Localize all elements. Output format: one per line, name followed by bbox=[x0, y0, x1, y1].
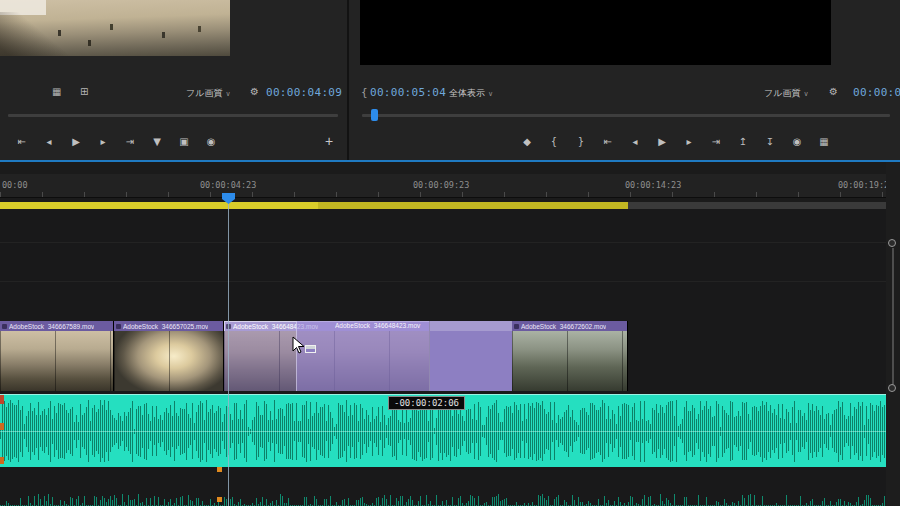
fit-label: 全体表示 bbox=[449, 87, 485, 100]
clip-name: AdobeStock_346672602.mov bbox=[521, 323, 606, 330]
scrollbar-handle-top[interactable] bbox=[888, 239, 896, 247]
source-quality-label: フル画質 bbox=[186, 87, 222, 100]
scrubber-playhead[interactable] bbox=[371, 109, 378, 121]
clip-filmstrip bbox=[114, 331, 223, 391]
track-color-tab bbox=[0, 457, 4, 464]
source-timecode: 00:00:04:09 bbox=[266, 86, 342, 99]
program-timecode: 00:00:05:04 bbox=[370, 86, 446, 99]
source-preview-video bbox=[0, 0, 230, 56]
source-scrubber[interactable] bbox=[8, 114, 338, 117]
premiere-workspace: ▦ ⊞ フル画質 ∨ ⚙ 00:00:04:09 ⇤◂▶▸⇥▼▣◉ + { 00… bbox=[0, 0, 900, 506]
add-button[interactable]: + bbox=[318, 131, 340, 151]
play-button[interactable]: ▶ bbox=[64, 131, 88, 151]
track-color-tab bbox=[0, 395, 4, 404]
program-scrubber[interactable] bbox=[362, 114, 890, 117]
program-quality-label: フル画質 bbox=[764, 87, 800, 100]
panel-focus-border bbox=[0, 160, 900, 162]
timeline-clip[interactable]: AdobeStock_346667589.mov bbox=[0, 321, 114, 391]
clip-filmstrip bbox=[512, 331, 627, 391]
go-to-out-button[interactable]: ⇥ bbox=[118, 131, 142, 151]
source-monitor-panel: ▦ ⊞ フル画質 ∨ ⚙ 00:00:04:09 ⇤◂▶▸⇥▼▣◉ + bbox=[0, 0, 347, 160]
clip-name: AdobeStock_346657025.mov bbox=[123, 323, 208, 330]
clip-filmstrip bbox=[0, 331, 113, 391]
in-point-brace: { bbox=[361, 86, 368, 99]
fx-badge[interactable] bbox=[116, 324, 121, 329]
ruler-timecode-label: 00:00:04:23 bbox=[200, 180, 256, 190]
preview-shadow bbox=[0, 12, 100, 56]
timeline-panel: 00:0000:00:04:2300:00:09:2300:00:14:2300… bbox=[0, 160, 900, 506]
program-monitor-panel: { 00:00:05:04 全体表示 ∨ フル画質 ∨ ⚙ 00:00:0 ◆{… bbox=[349, 0, 900, 160]
wrench-icon[interactable]: ⚙ bbox=[829, 85, 838, 99]
overwrite-button[interactable]: ▣ bbox=[172, 131, 196, 151]
scrollbar-line bbox=[892, 248, 894, 388]
step-forward-button[interactable]: ▸ bbox=[91, 131, 115, 151]
chevron-down-icon: ∨ bbox=[225, 90, 230, 98]
program-preview-video bbox=[360, 0, 831, 65]
timeline-clip[interactable]: AdobeStock_346672602.mov bbox=[512, 321, 628, 391]
drag-ghost-label: AdobeStock_346648423.mov bbox=[335, 322, 430, 329]
clip-name: AdobeStock_346667589.mov bbox=[9, 323, 94, 330]
fit-dropdown[interactable]: 全体表示 ∨ bbox=[449, 87, 493, 100]
wrench-icon[interactable]: ⚙ bbox=[250, 85, 259, 99]
program-duration-timecode: 00:00:0 bbox=[853, 86, 900, 99]
export-frame-button[interactable]: ◉ bbox=[785, 131, 809, 151]
lift-button[interactable]: ↥ bbox=[731, 131, 755, 151]
track-color-tab bbox=[0, 423, 4, 430]
track-area: AdobeStock_346667589.movAdobeStock_34665… bbox=[0, 209, 886, 506]
clip-header: AdobeStock_346667589.mov bbox=[0, 321, 113, 331]
compare-icon[interactable]: ⊞ bbox=[80, 85, 88, 99]
fx-badge[interactable] bbox=[514, 324, 519, 329]
drag-ghost-overlay: AdobeStock_346648423.mov bbox=[296, 321, 430, 391]
program-quality-dropdown[interactable]: フル画質 ∨ bbox=[764, 87, 809, 100]
play-button[interactable]: ▶ bbox=[650, 131, 674, 151]
keyframe-marker[interactable] bbox=[217, 467, 222, 472]
chevron-down-icon: ∨ bbox=[488, 90, 493, 98]
program-transport: ◆{}⇤◂▶▸⇥↥↧◉▦ bbox=[515, 131, 836, 151]
source-quality-dropdown[interactable]: フル画質 ∨ bbox=[186, 87, 231, 100]
export-frame-button[interactable]: ◉ bbox=[199, 131, 223, 151]
waveform-centerline bbox=[0, 431, 886, 432]
go-to-in-button[interactable]: ⇤ bbox=[596, 131, 620, 151]
ruler-timecode-label: 00:00:09:23 bbox=[413, 180, 469, 190]
timeline-ruler[interactable]: 00:0000:00:04:2300:00:09:2300:00:14:2300… bbox=[0, 174, 886, 198]
scrollbar-handle-bottom[interactable] bbox=[888, 384, 896, 392]
vertical-scrollbar[interactable] bbox=[886, 160, 900, 506]
drag-clip-icon bbox=[305, 345, 316, 353]
mark-in-button[interactable]: { bbox=[542, 131, 566, 151]
ruler-ticks bbox=[0, 192, 886, 197]
timeline-clip[interactable]: AdobeStock_346657025.mov bbox=[114, 321, 224, 391]
playhead-line bbox=[228, 196, 229, 506]
chevron-down-icon: ∨ bbox=[803, 90, 808, 98]
audio-track-a2-partial[interactable] bbox=[0, 491, 886, 506]
settings-grid-icon[interactable]: ▦ bbox=[52, 85, 61, 99]
clip-header: AdobeStock_346657025.mov bbox=[114, 321, 223, 331]
comparison-view-button[interactable]: ▦ bbox=[812, 131, 836, 151]
keyframe-marker[interactable] bbox=[217, 497, 222, 502]
step-back-button[interactable]: ◂ bbox=[623, 131, 647, 151]
source-transport: ⇤◂▶▸⇥▼▣◉ bbox=[10, 131, 223, 151]
ruler-timecode-label: 00:00 bbox=[2, 180, 28, 190]
mark-out-button[interactable]: } bbox=[569, 131, 593, 151]
preview-people bbox=[58, 30, 61, 36]
cursor-arrow-icon bbox=[292, 336, 305, 355]
step-back-button[interactable]: ◂ bbox=[37, 131, 61, 151]
ruler-timecode-label: 00:00:14:23 bbox=[625, 180, 681, 190]
go-to-out-button[interactable]: ⇥ bbox=[704, 131, 728, 151]
clip-header: AdobeStock_346672602.mov bbox=[512, 321, 627, 331]
insert-button[interactable]: ▼ bbox=[145, 131, 169, 151]
step-forward-button[interactable]: ▸ bbox=[677, 131, 701, 151]
mouse-cursor bbox=[292, 336, 318, 356]
drag-offset-tooltip: -00:00:02:06 bbox=[388, 396, 465, 410]
work-area-track bbox=[0, 202, 886, 209]
extract-button[interactable]: ↧ bbox=[758, 131, 782, 151]
fx-badge[interactable] bbox=[2, 324, 7, 329]
track-divider bbox=[0, 242, 886, 243]
add-marker-button[interactable]: ◆ bbox=[515, 131, 539, 151]
go-to-in-button[interactable]: ⇤ bbox=[10, 131, 34, 151]
track-divider bbox=[0, 281, 886, 282]
work-area-bar[interactable] bbox=[0, 202, 628, 209]
drag-ghost-solid bbox=[430, 321, 512, 391]
